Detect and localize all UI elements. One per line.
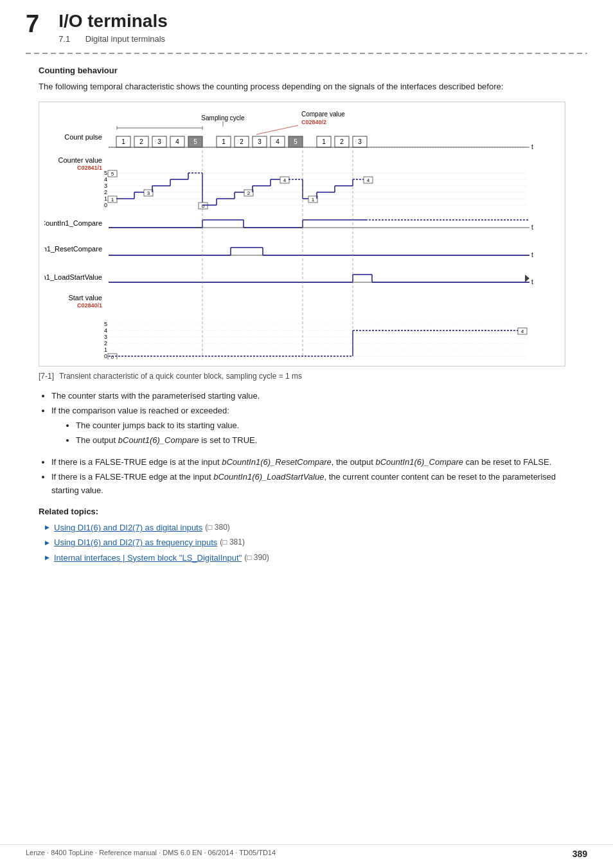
nested-bullets: The counter jumps back to its starting v… (64, 419, 574, 448)
c02841-label: C02841/1 (77, 165, 102, 171)
bullet-1: The counter starts with the parameterise… (51, 390, 574, 403)
t-axis-reset: t (531, 251, 533, 258)
page-header: 7 I/O terminals 7.1 Digital input termin… (0, 0, 613, 44)
diagram-svg: Count pulse Sampling cycle Compare value… (44, 109, 558, 359)
timing-diagram: Count pulse Sampling cycle Compare value… (39, 102, 565, 366)
related-link-3-ref: (□ 390) (244, 551, 269, 565)
cv-5-label: 5 (111, 171, 114, 177)
bcount-reset-label: bCountIn1_ResetCompare (44, 245, 102, 253)
sampling-cycle-label: Sampling cycle (201, 114, 245, 122)
pulse-2-2: 2 (240, 138, 244, 145)
count-pulse-label: Count pulse (64, 133, 102, 141)
pulse-1-1: 1 (121, 138, 125, 145)
related-link-1-ref: (□ 380) (205, 521, 230, 535)
cv-2-mid: 2 (247, 190, 251, 196)
related-link-2-anchor[interactable]: Using DI1(6) and DI2(7) as frequency inp… (54, 535, 217, 550)
bcount-compare-label: bCountIn1_Compare (44, 219, 102, 227)
pulse-2-3: 3 (258, 138, 262, 145)
load-arrow (525, 275, 529, 282)
cv-start-1: 1 (111, 197, 114, 203)
related-link-3-anchor[interactable]: Internal interfaces | System block "LS_D… (54, 550, 242, 565)
page-number: 389 (573, 849, 587, 859)
related-link-2[interactable]: Using DI1(6) and DI2(7) as frequency inp… (45, 535, 574, 550)
page-footer: Lenze · 8400 TopLine · Reference manual … (0, 844, 613, 859)
chapter-number: 7 (26, 12, 39, 36)
cv-2: 2 (104, 189, 107, 195)
sv-1: 1 (104, 347, 107, 353)
compare-value-label: Compare value (301, 111, 345, 118)
bcount-load-label: bCountIn1_LoadStartValue (44, 273, 102, 281)
section-number: 7.1 (58, 34, 70, 44)
footer-left: Lenze · 8400 TopLine · Reference manual … (26, 849, 276, 859)
sv-4-end: 4 (521, 329, 524, 334)
bullet-2: If the comparison value is reached or ex… (51, 404, 574, 418)
cv-4-mid: 4 (283, 177, 287, 183)
sv-3: 3 (104, 334, 107, 340)
cv-1-end: 1 (312, 197, 315, 203)
c02840-compare-label: C02840/2 (301, 119, 326, 125)
related-link-1-anchor[interactable]: Using DI1(6) and DI2(7) as digital input… (54, 520, 202, 535)
pulse-1-4: 4 (175, 138, 179, 145)
related-link-3[interactable]: Internal interfaces | System block "LS_D… (45, 550, 574, 565)
page-container: 7 I/O terminals 7.1 Digital input termin… (0, 0, 613, 868)
counter-value-label: Counter value (58, 156, 103, 164)
pulse-1-2: 2 (139, 138, 143, 145)
caption-bracket: [7-1] (39, 372, 54, 381)
sv-2: 2 (104, 340, 107, 347)
t-axis-load: t (531, 278, 533, 285)
bullet-2b: The output bCount1(6)_Compare is set to … (76, 434, 574, 448)
start-value-label: Start value (68, 294, 102, 302)
c02840-start-label: C02840/1 (77, 302, 102, 309)
main-content: Counting behaviour The following tempora… (0, 54, 613, 565)
bullet-list: The counter starts with the parameterise… (51, 390, 574, 498)
pulse-2-1: 1 (222, 138, 226, 145)
cv-1: 1 (104, 195, 107, 202)
bullet-2a: The counter jumps back to its starting v… (76, 419, 574, 433)
header-right: I/O terminals 7.1 Digital input terminal… (58, 12, 168, 44)
caption-text: Transient characteristic of a quick coun… (59, 372, 302, 381)
related-topics-title: Related topics: (39, 507, 574, 516)
pulse-1-5: 5 (193, 138, 197, 145)
pulse-1-3: 3 (157, 138, 161, 145)
cv-4: 4 (104, 176, 107, 183)
section-title: Digital input terminals (85, 34, 165, 44)
related-links-list: Using DI1(6) and DI2(7) as digital input… (45, 520, 574, 565)
cv-0: 0 (104, 202, 107, 208)
cv-0-label: 0 (202, 203, 205, 209)
section-subtitle: 7.1 Digital input terminals (58, 34, 168, 44)
pulse-3-1: 1 (322, 138, 326, 145)
pulse-2-4: 4 (276, 138, 280, 145)
cv-4-end: 4 (367, 177, 370, 183)
counting-behaviour-intro: The following temporal characteristic sh… (39, 80, 574, 93)
chapter-title: I/O terminals (58, 12, 168, 32)
svg-line-1 (256, 125, 298, 134)
related-link-2-ref: (□ 381) (220, 536, 245, 550)
t-axis-compare: t (531, 224, 533, 231)
diagram-caption: [7-1] Transient characteristic of a quic… (39, 372, 574, 381)
bullet-4: If there is a FALSE-TRUE edge at the inp… (51, 471, 574, 498)
related-link-1[interactable]: Using DI1(6) and DI2(7) as digital input… (45, 520, 574, 535)
pulse-3-3: 3 (358, 138, 362, 145)
sv-5: 5 (104, 321, 107, 327)
t-axis-count: t (531, 143, 533, 150)
sv-4: 4 (104, 327, 107, 334)
pulse-2-5: 5 (294, 138, 298, 145)
cv-5: 5 (104, 170, 107, 176)
pulse-3-2: 2 (340, 138, 344, 145)
cv-3: 3 (104, 183, 107, 189)
counting-behaviour-title: Counting behaviour (39, 66, 574, 75)
sv-0-box: 0 (111, 354, 114, 359)
bullet-3: If there is a FALSE-TRUE edge is at the … (51, 456, 574, 469)
sv-0: 0 (104, 353, 107, 359)
cv-3-label: 3 (147, 190, 150, 196)
